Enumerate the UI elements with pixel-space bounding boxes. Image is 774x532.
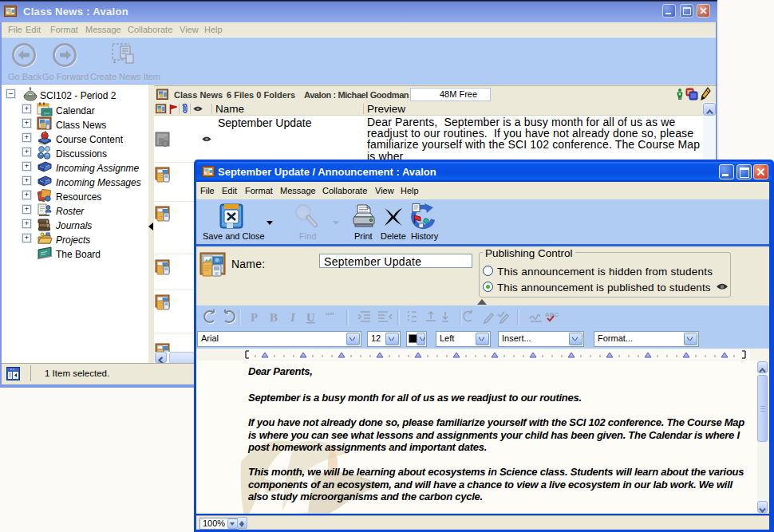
svg-text:P: P bbox=[251, 311, 258, 324]
svg-text:B: B bbox=[270, 311, 278, 324]
svg-text:U: U bbox=[306, 311, 315, 324]
svg-text:I: I bbox=[290, 311, 296, 324]
svg-text:“”: “” bbox=[326, 310, 334, 320]
